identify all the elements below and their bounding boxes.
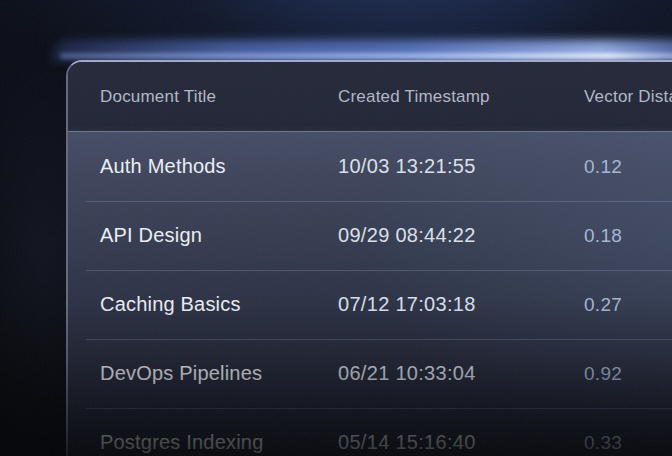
document-table-card: Document TitleCreated TimestampVector Di…	[66, 60, 672, 456]
cell-vector-distance: 0.33	[584, 432, 672, 454]
column-header-timestamp: Created Timestamp	[338, 87, 584, 107]
table-row[interactable]: DevOps Pipelines 06/21 10:33:04 0.92	[68, 339, 672, 408]
cell-vector-distance: 0.27	[584, 294, 672, 316]
cell-vector-distance: 0.92	[584, 363, 672, 385]
column-header-title: Document Title	[100, 87, 338, 107]
cell-document-title: Postgres Indexing	[100, 431, 338, 454]
cell-document-title: Caching Basics	[100, 293, 338, 316]
table-body: Auth Methods 10/03 13:21:55 0.12 API Des…	[68, 132, 672, 456]
cell-created-timestamp: 06/21 10:33:04	[338, 362, 584, 385]
column-header-distance: Vector Distance	[584, 87, 672, 107]
cell-created-timestamp: 07/12 17:03:18	[338, 293, 584, 316]
cell-created-timestamp: 10/03 13:21:55	[338, 155, 584, 178]
table-row[interactable]: Auth Methods 10/03 13:21:55 0.12	[68, 132, 672, 201]
table-row[interactable]: Caching Basics 07/12 17:03:18 0.27	[68, 270, 672, 339]
cell-document-title: API Design	[100, 224, 338, 247]
cell-vector-distance: 0.12	[584, 156, 672, 178]
cell-document-title: DevOps Pipelines	[100, 362, 338, 385]
cell-document-title: Auth Methods	[100, 155, 338, 178]
top-glow-highlight	[60, 53, 672, 59]
table-row[interactable]: API Design 09/29 08:44:22 0.18	[68, 201, 672, 270]
screenshot-stage: Document TitleCreated TimestampVector Di…	[0, 0, 672, 456]
cell-created-timestamp: 09/29 08:44:22	[338, 224, 584, 247]
table-header-row: Document TitleCreated TimestampVector Di…	[68, 62, 672, 132]
table-row[interactable]: Postgres Indexing 05/14 15:16:40 0.33	[68, 408, 672, 456]
cell-vector-distance: 0.18	[584, 225, 672, 247]
cell-created-timestamp: 05/14 15:16:40	[338, 431, 584, 454]
